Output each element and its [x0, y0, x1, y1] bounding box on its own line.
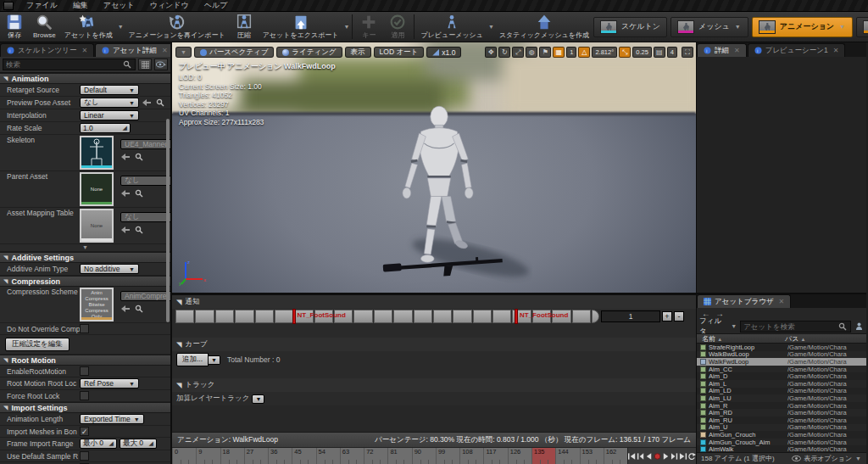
section-header-Compression[interactable]: ◥Compression	[0, 276, 170, 287]
asset-row-AimGun_Crouch_Aim[interactable]: AimGun_Crouch_Aim/Game/Motion/Chara	[697, 439, 866, 446]
asset-row-Aim_U[interactable]: Aim_U/Game/Motion/Chara	[697, 424, 866, 432]
ruler-tick-63[interactable]: 63	[340, 448, 364, 464]
edit-compression-button[interactable]: 圧縮設定を編集	[5, 338, 70, 351]
asset-row-Aim_R[interactable]: Aim_R/Game/Motion/Chara	[697, 402, 866, 410]
browse-to-asset-icon[interactable]	[134, 304, 144, 313]
ruler-tick-72[interactable]: 72	[364, 448, 387, 464]
section-header-Animation[interactable]: ◥Animation	[0, 73, 170, 84]
asset-thumbnail[interactable]: None	[80, 172, 114, 206]
playback-speed-button[interactable]: x1.0	[426, 47, 461, 58]
ruler-tick-135[interactable]: 135	[531, 448, 555, 464]
toolbar-button-スタティックメッシュを作成[interactable]: スタティックメッシュを作成	[495, 12, 593, 42]
ruler-tick-18[interactable]: 18	[220, 448, 244, 464]
dropdown-Root Motion Root Loc[interactable]: Ref Pose▼	[80, 378, 139, 389]
max-field[interactable]: 最大 0◢	[120, 439, 157, 449]
notify-segment[interactable]	[473, 310, 492, 323]
show-button[interactable]: 表示	[345, 47, 371, 58]
ruler-tick-36[interactable]: 36	[268, 448, 292, 464]
tab-スケルトンツリー[interactable]: iスケルトンツリー✕	[0, 43, 94, 57]
ruler-tick-153[interactable]: 153	[580, 448, 604, 464]
asset-row-AimWalk[interactable]: AimWalk/Game/Motion/Chara	[697, 445, 866, 452]
toolbar-button-アセットをエクスポート[interactable]: アセットをエクスポート	[259, 12, 343, 42]
play-icon[interactable]	[662, 452, 670, 461]
asset-row-AimGun_Crouch[interactable]: AimGun_Crouch/Game/Motion/Chara	[697, 431, 866, 439]
notify-segment[interactable]	[235, 310, 253, 323]
use-selected-icon[interactable]	[120, 304, 131, 313]
dropdown-Preview Pose Asset[interactable]: なし▼	[80, 98, 139, 108]
use-selected-icon[interactable]	[142, 98, 152, 108]
remove-lane-button[interactable]: -	[674, 311, 684, 321]
world-coordinate-icon[interactable]: ◍	[526, 47, 537, 58]
chevron-down-icon[interactable]: ▼	[344, 24, 350, 30]
checkbox-Use Default Sample R[interactable]	[80, 451, 89, 461]
section-header-Root Motion[interactable]: ◥Root Motion	[0, 355, 170, 366]
perspective-button[interactable]: パースペクティブ	[194, 47, 274, 58]
asset-row-StrafeRightLoop[interactable]: StrafeRightLoop/Game/Motion/Chara	[697, 344, 866, 351]
asset-row-Aim_LU[interactable]: Aim_LU/Game/Motion/Chara	[697, 394, 866, 402]
play-reverse-icon[interactable]	[645, 452, 654, 461]
tracks-header[interactable]: ◥トラック	[172, 378, 696, 392]
ruler-tick-117[interactable]: 117	[483, 448, 507, 464]
add-curve-caret-icon[interactable]: ▼	[209, 355, 220, 365]
preview-viewport[interactable]: ▼ パースペクティブ ライティング 表示 LOD オート x1.0 ✥ ↻ ⤢ …	[172, 42, 696, 293]
asset-thumbnail[interactable]	[80, 136, 114, 170]
add-curve-button[interactable]: 追加...	[176, 353, 209, 366]
ruler-tick-81[interactable]: 81	[387, 448, 411, 464]
dropdown-Additive Anim Type[interactable]: No additive▼	[80, 264, 139, 274]
ruler-tick-54[interactable]: 54	[316, 448, 340, 464]
angle-snap-value[interactable]: 2.812°	[592, 47, 617, 58]
browse-to-asset-icon[interactable]	[155, 98, 165, 108]
step-back-icon[interactable]	[637, 452, 645, 461]
asset-row-Aim_LD[interactable]: Aim_LD/Game/Motion/Chara	[697, 388, 866, 395]
menu-item-ウィンドウ[interactable]: ウィンドウ	[142, 0, 197, 12]
notifies-header[interactable]: ◥通知	[172, 295, 696, 309]
step-forward-icon[interactable]	[670, 452, 679, 461]
browse-to-asset-icon[interactable]	[134, 152, 144, 161]
menu-item-編集[interactable]: 編集	[65, 0, 96, 12]
asset-row-Aim_RU[interactable]: Aim_RU/Game/Motion/Chara	[697, 416, 866, 424]
notify-segment[interactable]	[414, 310, 432, 323]
dropdown-Retarget Source[interactable]: Default▼	[80, 85, 139, 95]
asset-list-header[interactable]: 名前 ▲ パス ▲	[697, 333, 866, 344]
notify-segment[interactable]	[433, 310, 452, 323]
tab-プレビューシーン1[interactable]: iプレビューシーン1✕	[748, 43, 846, 57]
chevron-down-icon[interactable]: ▼	[488, 24, 494, 30]
lod-auto-button[interactable]: LOD オート	[374, 47, 425, 58]
chevron-down-icon[interactable]: ▼	[118, 24, 124, 30]
section-expander-icon[interactable]: ▼	[0, 244, 170, 252]
rotate-tool-icon[interactable]: ↻	[498, 47, 510, 58]
ruler-tick-45[interactable]: 45	[292, 448, 315, 464]
additive-track-caret-icon[interactable]: ▼	[252, 394, 264, 404]
curves-header[interactable]: ◥カーブ	[172, 338, 696, 351]
ruler-tick-27[interactable]: 27	[244, 448, 268, 464]
asset-row-Aim_L[interactable]: Aim_L/Game/Motion/Chara	[697, 380, 866, 388]
notify-segment[interactable]	[374, 310, 392, 323]
move-tool-icon[interactable]: ✥	[485, 47, 497, 58]
ruler-tick-90[interactable]: 90	[412, 448, 436, 464]
toolbar-button-アニメーションを再インポート[interactable]: アニメーションを再インポート	[125, 12, 230, 42]
grid-snap-value[interactable]: 1	[566, 47, 576, 58]
add-lane-button[interactable]: +	[662, 311, 672, 321]
notify-segment[interactable]	[572, 310, 591, 323]
asset-thumbnail[interactable]: None	[80, 209, 114, 243]
asset-dropdown-Compression Scheme[interactable]: AnimCompress_BitwiseC▼	[120, 291, 172, 301]
menu-item-アセット[interactable]: アセット	[96, 0, 142, 12]
close-icon[interactable]: ✕	[779, 298, 785, 305]
lighting-button[interactable]: ライティング	[276, 47, 342, 58]
tab-アセット詳細[interactable]: iアセット詳細✕	[95, 43, 172, 57]
checkbox-Do Not Override Comp[interactable]	[80, 324, 89, 333]
close-icon[interactable]: ✕	[734, 47, 740, 54]
ruler-tick-0[interactable]: 0	[172, 448, 196, 464]
menu-item-ファイル[interactable]: ファイル	[19, 0, 65, 12]
notify-segment[interactable]	[353, 310, 372, 323]
close-icon[interactable]: ✕	[81, 47, 87, 54]
use-selected-icon[interactable]	[120, 225, 131, 234]
asset-search-input[interactable]	[740, 321, 851, 333]
section-header-Additive Settings[interactable]: ◥Additive Settings	[0, 252, 170, 263]
to-end-icon[interactable]	[679, 452, 687, 461]
browse-to-asset-icon[interactable]	[134, 188, 144, 198]
checkbox-Import Meshes in Bon[interactable]: ✓	[80, 427, 89, 436]
grid-snap-icon[interactable]: ▦	[553, 47, 565, 58]
notify-track[interactable]: NT_FootSoundNT_FootSound	[175, 310, 599, 323]
browse-to-asset-icon[interactable]	[134, 225, 144, 234]
